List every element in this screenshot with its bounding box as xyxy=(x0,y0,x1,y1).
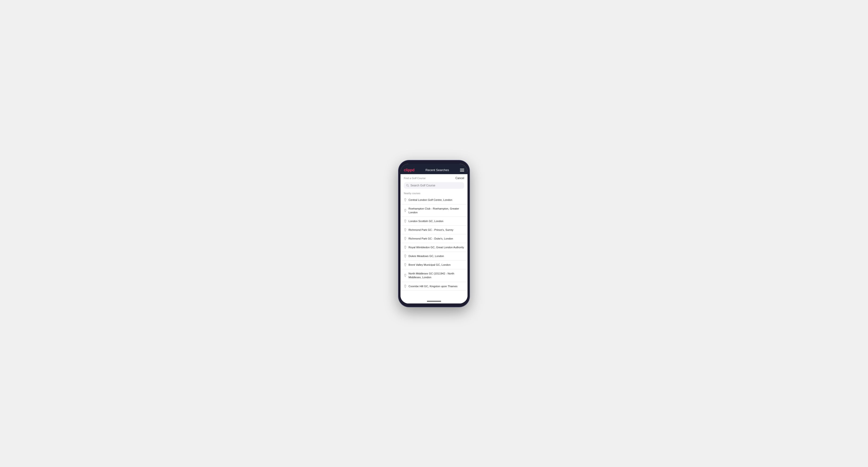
list-item[interactable]: Brent Valley Municipal GC, London xyxy=(401,260,467,269)
nearby-section: Nearby courses Central London Golf Centr… xyxy=(401,191,467,300)
svg-point-4 xyxy=(405,220,405,221)
course-name: Roehampton Club - Roehampton, Greater Lo… xyxy=(408,207,464,214)
pin-icon xyxy=(404,198,407,201)
svg-line-1 xyxy=(408,186,409,186)
svg-point-3 xyxy=(405,210,405,210)
list-item[interactable]: North Middlesex GC (1011942 - North Midd… xyxy=(401,269,467,282)
phone-device: clippd Recent Searches Find a Golf Cours… xyxy=(399,160,469,307)
list-item[interactable]: Richmond Park GC - Duke's, London xyxy=(401,234,467,243)
list-item[interactable]: Central London Golf Centre, London xyxy=(401,196,467,205)
pin-icon xyxy=(404,209,407,212)
course-list: Central London Golf Centre, London Roeha… xyxy=(401,196,467,291)
course-name: Dukes Meadows GC, London xyxy=(408,254,444,258)
nav-title: Recent Searches xyxy=(426,168,449,172)
svg-point-2 xyxy=(405,199,405,199)
course-name: Coombe Hill GC, Kingston upon Thames xyxy=(408,284,458,288)
svg-point-0 xyxy=(406,184,408,186)
svg-point-8 xyxy=(405,255,405,255)
svg-point-11 xyxy=(405,285,405,286)
home-indicator xyxy=(401,300,467,304)
search-input-wrapper[interactable] xyxy=(404,182,464,189)
course-name: Central London Golf Centre, London xyxy=(408,198,452,202)
cancel-button[interactable]: Cancel xyxy=(456,177,464,180)
course-name: Brent Valley Municipal GC, London xyxy=(408,263,451,267)
status-bar xyxy=(401,164,467,166)
pin-icon xyxy=(404,274,407,277)
list-item[interactable]: London Scottish GC, London xyxy=(401,217,467,226)
course-name: Royal Wimbledon GC, Great London Authori… xyxy=(408,245,464,249)
list-item[interactable]: Royal Wimbledon GC, Great London Authori… xyxy=(401,243,467,252)
menu-line-1 xyxy=(460,169,464,169)
menu-icon[interactable] xyxy=(460,169,464,172)
app-logo: clippd xyxy=(404,168,414,172)
find-label: Find a Golf Course xyxy=(404,177,426,180)
svg-point-7 xyxy=(405,246,405,247)
list-item[interactable]: Richmond Park GC - Prince's, Surrey xyxy=(401,226,467,234)
svg-point-9 xyxy=(405,264,405,264)
nearby-label: Nearby courses xyxy=(401,191,467,196)
search-input[interactable] xyxy=(410,184,462,187)
menu-line-2 xyxy=(460,170,464,170)
course-name: Richmond Park GC - Prince's, Surrey xyxy=(408,228,453,232)
phone-screen: clippd Recent Searches Find a Golf Cours… xyxy=(401,164,467,304)
menu-line-3 xyxy=(460,171,464,172)
svg-point-5 xyxy=(405,229,405,229)
list-item[interactable]: Roehampton Club - Roehampton, Greater Lo… xyxy=(401,205,467,217)
home-bar xyxy=(427,301,441,302)
pin-icon xyxy=(404,246,407,249)
pin-icon xyxy=(404,237,407,240)
pin-icon xyxy=(404,285,407,288)
list-item[interactable]: Dukes Meadows GC, London xyxy=(401,252,467,260)
pin-icon xyxy=(404,263,407,267)
svg-point-6 xyxy=(405,238,405,238)
pin-icon xyxy=(404,228,407,231)
course-name: Richmond Park GC - Duke's, London xyxy=(408,237,453,241)
find-header: Find a Golf Course Cancel xyxy=(401,174,467,181)
search-icon xyxy=(406,184,409,187)
course-name: North Middlesex GC (1011942 - North Midd… xyxy=(408,272,464,279)
search-container xyxy=(401,181,467,191)
svg-point-10 xyxy=(405,275,405,275)
course-name: London Scottish GC, London xyxy=(408,219,443,223)
list-item[interactable]: Coombe Hill GC, Kingston upon Thames xyxy=(401,282,467,291)
pin-icon xyxy=(404,219,407,223)
pin-icon xyxy=(404,254,407,258)
main-content: Find a Golf Course Cancel Nearby courses xyxy=(401,174,467,300)
nav-bar: clippd Recent Searches xyxy=(401,166,467,174)
